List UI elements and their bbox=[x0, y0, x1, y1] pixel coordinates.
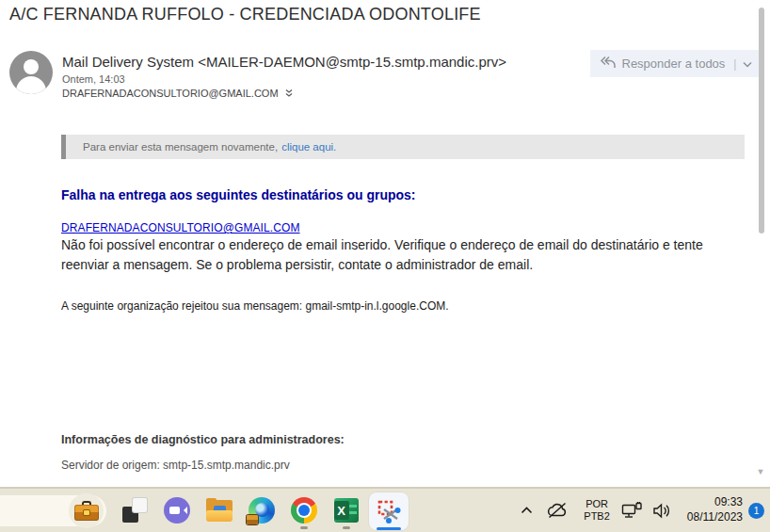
desktop-screen: A/C FERNANDA RUFFOLO - CREDENCIADA ODONT… bbox=[0, 0, 770, 532]
briefcase-icon bbox=[74, 501, 99, 521]
recipient-row: DRAFERNADACONSULTORIO@GMAIL.COM bbox=[62, 88, 294, 99]
diagnostics-heading: Informações de diagnóstico para administ… bbox=[61, 433, 345, 446]
file-explorer-icon bbox=[206, 500, 233, 522]
excel-button[interactable]: X bbox=[325, 489, 367, 532]
scrollbar-thumb[interactable] bbox=[759, 8, 764, 234]
notification-badge[interactable]: 1 bbox=[748, 503, 764, 519]
sender-name-address[interactable]: Mail Delivery System <MAILER-DAEMON@smtp… bbox=[62, 54, 506, 70]
reply-options-chevron-icon[interactable] bbox=[743, 56, 752, 71]
resend-notice-text: Para enviar esta mensagem novamente, bbox=[83, 141, 278, 153]
origin-server-line: Servidor de origem: smtp-15.smtp.mandic.… bbox=[61, 459, 290, 472]
video-meeting-icon bbox=[164, 497, 190, 524]
edge-browser-button[interactable] bbox=[240, 489, 282, 532]
resend-notice-bar: Para enviar esta mensagem novamente, cli… bbox=[61, 135, 745, 159]
button-separator: | bbox=[733, 57, 736, 71]
language-line1: POR bbox=[584, 498, 610, 510]
expand-details-icon[interactable] bbox=[284, 89, 294, 98]
task-view-icon bbox=[121, 497, 148, 524]
sender-avatar[interactable] bbox=[9, 51, 53, 94]
email-subject: A/C FERNANDA RUFFOLO - CREDENCIADA ODONT… bbox=[9, 5, 481, 24]
snipping-tool-button-active[interactable] bbox=[367, 489, 410, 532]
taskbar-clock[interactable]: 09:33 08/11/2023 bbox=[687, 495, 743, 524]
taskbar-app-icons: X bbox=[113, 489, 410, 532]
delivery-failure-heading: Falha na entrega aos seguintes destinatá… bbox=[61, 187, 416, 202]
excel-icon: X bbox=[334, 498, 359, 523]
reply-all-label: Responder a todos bbox=[622, 56, 726, 71]
network-ethernet-icon[interactable] bbox=[621, 502, 643, 520]
reply-all-button[interactable]: Responder a todos | bbox=[590, 50, 760, 77]
email-timestamp: Ontem, 14:03 bbox=[62, 73, 125, 85]
clock-time: 09:33 bbox=[687, 495, 743, 510]
failure-description: Não foi possível encontrar o endereço de… bbox=[61, 235, 731, 274]
onedrive-offline-icon[interactable] bbox=[546, 502, 569, 519]
video-meeting-button[interactable] bbox=[155, 489, 198, 532]
language-line2: PTB2 bbox=[584, 510, 610, 523]
briefcase-app-button[interactable] bbox=[69, 493, 104, 528]
reply-all-icon bbox=[598, 56, 616, 72]
language-indicator[interactable]: POR PTB2 bbox=[584, 498, 610, 523]
chrome-browser-button[interactable] bbox=[282, 489, 325, 532]
failed-recipient-link[interactable]: DRAFERNADACONSULTORIO@GMAIL.COM bbox=[61, 221, 300, 234]
taskbar: X bbox=[0, 487, 770, 532]
taskbar-left-pill bbox=[0, 495, 106, 526]
resend-link[interactable]: clique aqui. bbox=[281, 141, 336, 153]
rejection-organization-line: A seguinte organização rejeitou sua mens… bbox=[61, 299, 449, 313]
edge-browser-icon bbox=[249, 497, 275, 524]
snipping-tool-icon bbox=[369, 492, 409, 530]
scrollbar-down-arrow[interactable]: ▼ bbox=[753, 467, 768, 478]
hidden-icons-chevron[interactable] bbox=[521, 507, 533, 514]
clock-date: 08/11/2023 bbox=[687, 510, 743, 525]
file-explorer-button[interactable] bbox=[198, 489, 240, 532]
mail-reading-pane: A/C FERNANDA RUFFOLO - CREDENCIADA ODONT… bbox=[0, 0, 770, 487]
chrome-browser-icon bbox=[291, 497, 317, 524]
recipient-address: DRAFERNADACONSULTORIO@GMAIL.COM bbox=[62, 88, 279, 99]
system-tray: POR PTB2 bbox=[521, 489, 764, 532]
volume-icon[interactable] bbox=[652, 503, 672, 519]
task-view-button[interactable] bbox=[113, 489, 155, 532]
edge-work-badge-icon bbox=[247, 515, 258, 524]
